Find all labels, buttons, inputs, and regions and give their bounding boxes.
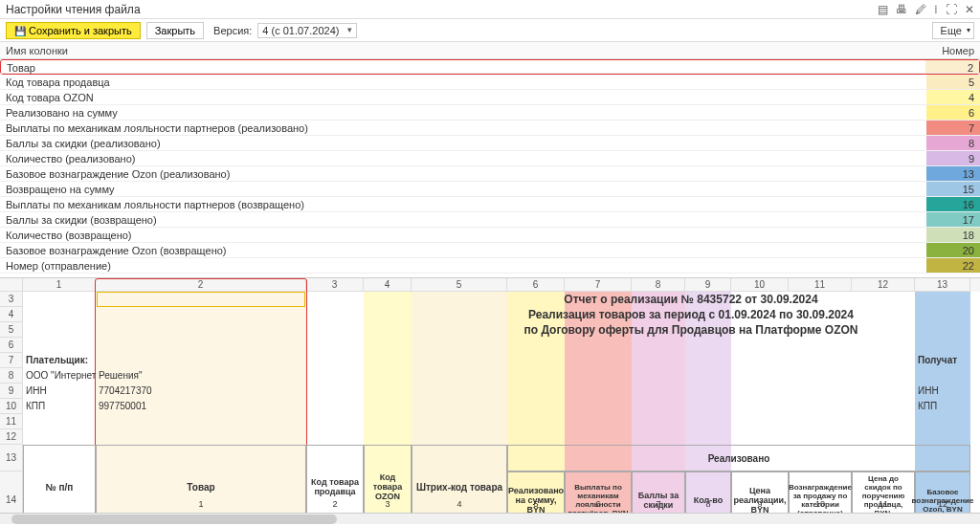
col-header[interactable]: 5 [412,278,507,292]
inn-label: ИНН [26,385,47,396]
toolbar: Сохранить и закрыть Закрыть Версия: 4 (с… [0,19,980,42]
mapping-number: 5 [926,75,980,90]
col-header[interactable]: 3 [306,278,364,292]
footer-colnum: 10 [789,499,852,511]
col-name-header: Имя колонки [0,43,926,58]
mapping-name: Баллы за скидки (возвращено) [0,212,926,228]
row-header[interactable]: 4 [0,307,23,322]
row-header[interactable]: 13 [0,445,23,471]
row-header[interactable]: 5 [0,322,23,338]
mapping-number: 18 [926,228,980,243]
col-headers: 12345678910111213 [23,278,980,292]
mapping-row[interactable]: Товар2 [0,59,980,75]
mapping-row[interactable]: Баллы за скидки (реализовано)8 [0,136,980,151]
window-header: Настройки чтения файла ▤ 🖶 🖉 ⁞ ⛶ ✕ [0,0,980,19]
mapping-row[interactable]: Выплаты по механикам лояльности партнеро… [0,197,980,212]
link-icon[interactable]: 🖉 [915,3,926,16]
sheet-preview: 3456789101112131415 12345678910111213 От… [0,277,980,524]
mapping-name: Реализовано на сумму [0,105,926,121]
mapping-name: Базовое вознаграждение Ozon (возвращено) [0,243,926,258]
close-icon[interactable]: ✕ [965,3,974,16]
close-button[interactable]: Закрыть [146,22,204,39]
col-header[interactable]: 12 [852,278,915,292]
row-headers: 3456789101112131415 [0,278,23,524]
mapping-row[interactable]: Количество (возвращено)18 [0,228,980,243]
scrollbar-thumb[interactable] [11,515,337,524]
report-icon[interactable]: ▤ [878,3,888,16]
footer-colnum: 3 [364,499,412,511]
row-header[interactable]: 8 [0,368,23,384]
mapping-row[interactable]: Реализовано на сумму6 [0,105,980,121]
mapping-name: Базовое вознаграждение Ozon (реализовано… [0,166,926,182]
footer-colnum: 11 [852,499,915,511]
horizontal-scrollbar[interactable] [0,513,980,524]
mapping-name: Количество (реализовано) [0,151,926,166]
col-header[interactable]: 10 [731,278,789,292]
recipient-label: Получат [918,355,957,365]
mapping-number: 4 [926,90,980,105]
mapping-number: 9 [926,151,980,166]
footer-colnum: 8 [685,499,731,511]
mapping-row[interactable]: Номер (отправление)22 [0,258,980,274]
row-header[interactable]: 12 [0,429,23,445]
footer-colnum: 1 [96,499,306,511]
footer-colnum: 6 [565,499,632,511]
report-title: Отчет о реализации № 8435722 от 30.09.20… [412,292,970,338]
col-header[interactable]: 11 [789,278,852,292]
mapping-number: 7 [926,121,980,136]
row-header[interactable]: 10 [0,399,23,414]
kpp-value: 997750001 [99,401,146,411]
window-title: Настройки чтения файла [6,3,141,16]
mapping-number: 16 [926,197,980,212]
col-header[interactable]: 4 [364,278,412,292]
mapping-row[interactable]: Код товара продавца5 [0,75,980,90]
mapping-row[interactable]: Выплаты по механикам лояльности партнеро… [0,121,980,136]
mapping-name: Количество (возвращено) [0,228,926,243]
row-header[interactable]: 9 [0,384,23,399]
maximize-icon[interactable]: ⛶ [946,3,957,16]
row-header[interactable]: 11 [0,414,23,429]
col-header[interactable]: 1 [23,278,96,292]
inn-value: 7704217370 [99,385,152,396]
row-header[interactable]: 3 [0,292,23,307]
save-icon [14,25,26,36]
mapping-name: Выплаты по механикам лояльности партнеро… [0,197,926,212]
version-label: Версия: [213,25,252,36]
mapping-number: 8 [926,136,980,151]
more-button[interactable]: Еще [932,22,974,39]
footer-colnum: 5 [507,499,565,511]
inn2: ИНН [918,385,939,396]
mapping-number: 20 [926,243,980,258]
org-part1: ООО "Интернет [26,370,96,381]
help-icon[interactable]: ⁞ [934,3,938,16]
col-header[interactable]: 9 [685,278,731,292]
col-header[interactable]: 2 [96,278,306,292]
col-header[interactable]: 7 [565,278,632,292]
mapping-row[interactable]: Базовое вознаграждение Ozon (реализовано… [0,166,980,182]
kpp-label: КПП [26,401,45,411]
save-and-close-button[interactable]: Сохранить и закрыть [6,22,141,39]
kpp2: КПП [918,401,937,411]
col-header[interactable]: 6 [507,278,565,292]
col-header[interactable]: 13 [915,278,970,292]
version-select[interactable]: 4 (с 01.07.2024) [257,23,357,38]
col-header[interactable]: 8 [632,278,685,292]
mapping-header: Имя колонки Номер [0,42,980,59]
col-number-header: Номер [926,43,980,58]
row-header[interactable]: 6 [0,338,23,353]
mapping-row[interactable]: Код товара OZON4 [0,90,980,105]
mapping-row[interactable]: Баллы за скидки (возвращено)17 [0,212,980,228]
window-header-icons: ▤ 🖶 🖉 ⁞ ⛶ ✕ [878,3,974,16]
mapping-row[interactable]: Количество (реализовано)9 [0,151,980,166]
mapping-row[interactable]: Возвращено на сумму15 [0,182,980,197]
footer-colnum: 4 [412,499,507,511]
mapping-row[interactable]: Базовое вознаграждение Ozon (возвращено)… [0,243,980,258]
footer-colnum: 9 [731,499,789,511]
grid-area: Отчет о реализации № 8435722 от 30.09.20… [23,292,980,511]
org-part2: Решения" [99,370,142,381]
mapping-name: Код товара продавца [0,75,926,90]
mapping-name: Выплаты по механикам лояльности партнеро… [0,121,926,136]
footer-colnum: 12 [915,499,970,511]
print-icon[interactable]: 🖶 [896,3,907,16]
row-header[interactable]: 7 [0,353,23,368]
